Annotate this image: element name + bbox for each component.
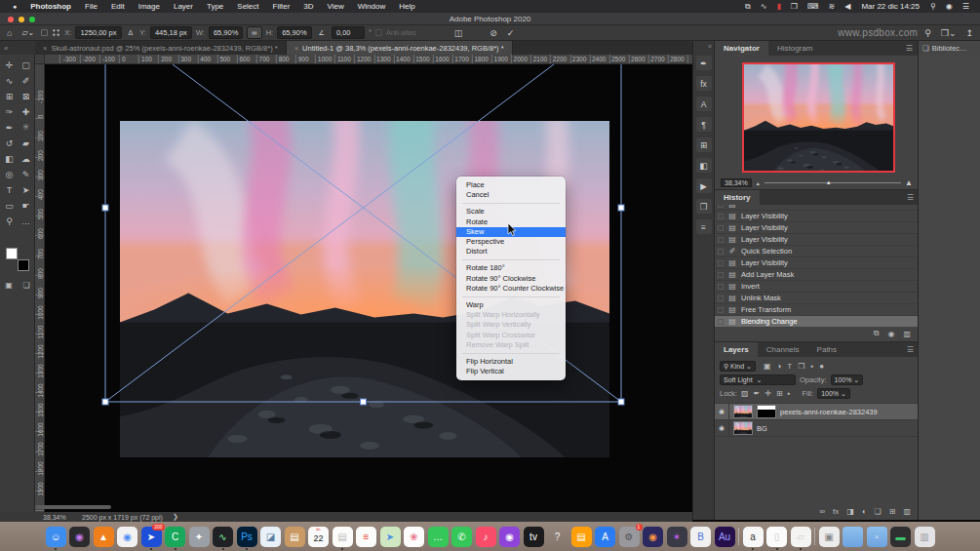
dock-icon-documents-folder[interactable]: ▫ xyxy=(867,527,887,547)
layers-panel-menu-icon[interactable]: ☰ xyxy=(902,342,919,357)
collapse-tabs-chevron[interactable]: « xyxy=(0,41,35,55)
dock-icon-podcasts[interactable]: ◉ xyxy=(499,527,520,547)
dock-icon-mail-spark[interactable]: ➤200 xyxy=(141,527,162,547)
navigator-panel-menu-icon[interactable]: ☰ xyxy=(901,41,918,56)
lock-option-icon[interactable]: ▪ xyxy=(788,389,791,398)
clone-stamp-tool[interactable]: ⍟ xyxy=(19,121,33,134)
maintain-aspect-icon[interactable]: ∞ xyxy=(247,26,261,39)
menu-item-help[interactable]: Help xyxy=(392,2,421,11)
search-icon[interactable]: ⚲ xyxy=(921,28,934,38)
document-tab-1[interactable]: ×Skull-astronaut.psd @ 25% (pexels-anni-… xyxy=(35,41,287,55)
anti-alias-checkbox[interactable] xyxy=(375,29,382,36)
dock-icon-contacts[interactable]: ▤ xyxy=(285,527,305,547)
history-state-row[interactable]: ▤Free Transform xyxy=(715,304,919,316)
slider-thumb[interactable]: ▲ xyxy=(826,179,832,185)
dock-icon-camtasia[interactable]: C xyxy=(165,527,185,547)
history-state-row[interactable]: ✐Quick Selection xyxy=(715,246,919,257)
context-menu-item-flip-horizontal[interactable]: Flip Horizontal xyxy=(456,357,566,367)
background-color-swatch[interactable] xyxy=(18,259,29,271)
lasso-tool[interactable]: ∿ xyxy=(2,74,17,87)
screen-mode-icon[interactable]: ❏ xyxy=(23,281,30,290)
status-zoom-field[interactable]: 38,34% xyxy=(43,514,72,521)
foreground-color-swatch[interactable] xyxy=(6,248,18,259)
menubar-clock[interactable]: Mar 22 dic 14:25 xyxy=(855,2,925,11)
layer-filter-type-icon[interactable]: ❒ xyxy=(798,362,804,371)
adjustment-layer-icon[interactable]: ◐ xyxy=(862,507,867,516)
navigator-zoom-slider[interactable]: ▲ xyxy=(764,182,901,183)
share-icon[interactable]: ↥ xyxy=(962,28,976,38)
new-snapshot-icon[interactable]: ◉ xyxy=(887,330,894,338)
screen-recording-icon[interactable]: ▮ xyxy=(771,2,785,11)
dock-icon-bbedit[interactable]: B xyxy=(690,527,711,547)
wifi-icon[interactable]: ≋ xyxy=(824,2,841,11)
eraser-tool[interactable]: ▰ xyxy=(19,137,33,149)
ruler-origin-corner[interactable] xyxy=(35,55,45,64)
dock-icon-books[interactable]: ▤ xyxy=(571,527,592,547)
dock-icon-vlc[interactable]: ▲ xyxy=(94,527,114,547)
history-source-checkbox[interactable] xyxy=(718,260,724,266)
glyphs-panel-icon[interactable]: ⊞ xyxy=(696,138,712,152)
fill-field[interactable]: 100% ⌄ xyxy=(817,388,850,399)
history-state-row[interactable]: ▤Add Layer Mask xyxy=(715,269,919,281)
opacity-field[interactable]: 100% ⌄ xyxy=(831,374,864,385)
context-menu-item-rotate-90-clockwise[interactable]: Rotate 90° Clockwise xyxy=(456,274,566,284)
menu-item-select[interactable]: Select xyxy=(230,2,265,11)
transform-handle[interactable] xyxy=(102,399,108,405)
dock-icon-maps[interactable]: ➤ xyxy=(380,527,401,547)
tab-channels[interactable]: Channels xyxy=(758,342,808,357)
blend-mode-dropdown[interactable]: Soft Light ⌄ xyxy=(720,374,796,385)
transform-handle[interactable] xyxy=(618,399,624,405)
navigator-zoom-field[interactable]: 38,34% xyxy=(721,178,752,187)
tab-libraries[interactable]: ❏ Bibliotec… xyxy=(919,41,980,56)
character-panel-icon[interactable]: A xyxy=(696,97,712,111)
history-source-checkbox[interactable] xyxy=(718,295,724,301)
delete-layer-icon[interactable]: ▥ xyxy=(903,507,911,516)
pen-tool[interactable]: ✎ xyxy=(19,168,33,180)
history-source-checkbox[interactable] xyxy=(718,225,724,231)
dock-icon-audition[interactable]: Au xyxy=(715,527,735,547)
canvas-area[interactable]: PlaceCancelScaleRotateSkewPerspectiveDis… xyxy=(45,64,692,512)
delete-state-icon[interactable]: ▥ xyxy=(903,330,911,338)
dock-icon-app-store[interactable]: A xyxy=(595,527,615,547)
history-source-checkbox[interactable] xyxy=(718,249,724,255)
relative-position-icon[interactable]: Δ xyxy=(126,29,137,36)
zoom-tool[interactable]: ⚲ xyxy=(2,215,17,227)
quick-mask-icon[interactable]: ▣ xyxy=(5,281,13,290)
horizontal-scrollbar[interactable] xyxy=(35,505,111,509)
reference-point-checkbox[interactable] xyxy=(41,29,48,36)
spotlight-icon[interactable]: ⚲ xyxy=(925,2,941,11)
warp-mode-icon[interactable]: ◫ xyxy=(451,28,466,38)
status-chevron-icon[interactable]: ❯ xyxy=(173,513,178,521)
dock-icon-chrome[interactable]: ◉ xyxy=(117,527,137,547)
siri-icon[interactable]: ◉ xyxy=(941,2,958,11)
expand-panels-chevron[interactable]: « xyxy=(708,43,712,50)
crop-tool[interactable]: ⊞ xyxy=(2,90,17,102)
context-menu-item-cancel[interactable]: Cancel xyxy=(456,190,566,200)
tab-history[interactable]: History xyxy=(715,190,760,205)
clone-source-icon[interactable]: ❐ xyxy=(696,199,712,214)
navigator-thumbnail[interactable] xyxy=(742,62,895,173)
dock-icon-archive-utility[interactable]: ▣ xyxy=(819,527,840,547)
history-state-row[interactable]: ▤Layer Visibility xyxy=(715,234,919,246)
new-group-icon[interactable]: ❏ xyxy=(875,507,882,516)
context-menu-item-rotate-90-counter-clockwise[interactable]: Rotate 90° Counter Clockwise xyxy=(456,284,566,294)
history-brush-tool[interactable]: ↺ xyxy=(2,137,17,149)
document-tab-2[interactable]: ×Untitled-1 @ 38,3% (pexels-anni-roenkae… xyxy=(287,41,513,55)
layer-visibility-eye-icon[interactable]: ◉ xyxy=(715,404,729,419)
y-position-field[interactable]: 445,18 px xyxy=(150,26,192,39)
history-source-checkbox[interactable] xyxy=(718,205,724,208)
context-menu-item-place[interactable]: Place xyxy=(456,180,566,190)
display-mirroring-icon[interactable]: ⧉ xyxy=(740,2,756,12)
menu-item-image[interactable]: Image xyxy=(132,2,167,11)
keyboard-icon[interactable]: ⌨ xyxy=(803,2,824,11)
dock-icon-preview[interactable]: ◪ xyxy=(260,527,281,547)
dock-icon-notes[interactable]: ▤ xyxy=(333,527,353,547)
history-state-row[interactable]: ▤Unlink Mask xyxy=(715,293,919,304)
dock-icon-firefox[interactable]: ◉ xyxy=(643,527,663,547)
brush-settings-icon[interactable]: ✒ xyxy=(696,56,712,70)
width-field[interactable]: 65,90% xyxy=(209,26,243,39)
close-tab-icon[interactable]: × xyxy=(294,44,298,53)
layer-row[interactable]: ◉BG xyxy=(715,420,919,437)
new-layer-icon[interactable]: ⊞ xyxy=(889,507,896,516)
vertical-ruler[interactable]: -100010020030040050060070080090010001100… xyxy=(35,64,45,512)
